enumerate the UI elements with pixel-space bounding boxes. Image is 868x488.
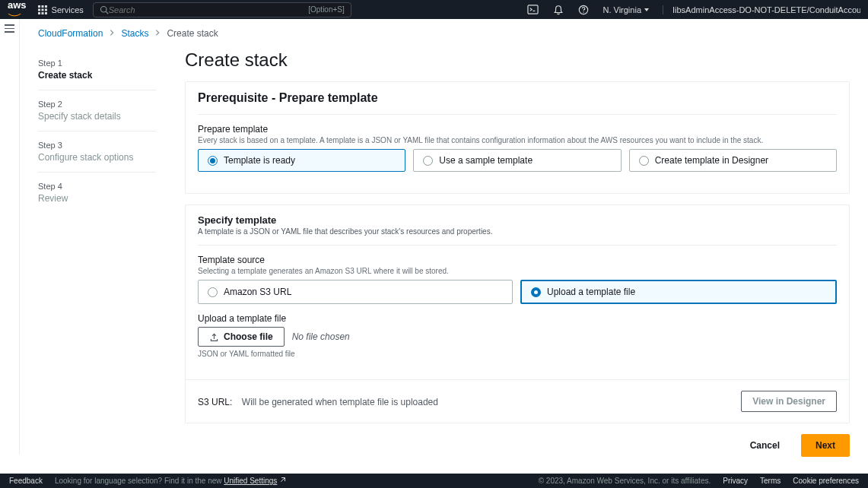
radio-label: Create template in Designer bbox=[655, 155, 768, 166]
radio-label: Use a sample template bbox=[439, 155, 533, 166]
privacy-link[interactable]: Privacy bbox=[723, 477, 748, 485]
choose-file-label: Choose file bbox=[224, 331, 273, 342]
choose-file-button[interactable]: Choose file bbox=[198, 327, 285, 347]
s3-url-label: S3 URL: bbox=[198, 397, 232, 407]
step-label: Step 3 bbox=[38, 141, 156, 150]
svg-rect-8 bbox=[45, 12, 47, 14]
sidebar-toggle-icon[interactable] bbox=[2, 21, 17, 36]
svg-rect-0 bbox=[38, 5, 40, 8]
step-title: Create stack bbox=[38, 70, 156, 81]
step-title: Specify stack details bbox=[38, 111, 156, 122]
account-label: IibsAdminAccess-DO-NOT-DELETE/ConduitAcc… bbox=[672, 5, 860, 14]
external-link-icon bbox=[279, 477, 286, 485]
radio-icon bbox=[208, 287, 218, 297]
search-input[interactable] bbox=[109, 5, 308, 14]
svg-rect-6 bbox=[38, 12, 40, 14]
cancel-button[interactable]: Cancel bbox=[738, 434, 792, 457]
global-search[interactable]: [Option+S] bbox=[93, 2, 351, 17]
radio-use-sample[interactable]: Use a sample template bbox=[413, 149, 621, 172]
svg-rect-11 bbox=[528, 5, 538, 14]
radio-icon bbox=[423, 156, 433, 166]
step-label: Step 4 bbox=[38, 182, 156, 191]
caret-down-icon bbox=[644, 8, 649, 11]
chevron-right-icon bbox=[109, 28, 115, 39]
step-title: Configure stack options bbox=[38, 152, 156, 163]
field-label: Prepare template bbox=[198, 124, 837, 135]
radio-label: Upload a template file bbox=[547, 287, 635, 297]
field-label: Template source bbox=[198, 255, 837, 265]
radio-template-ready[interactable]: Template is ready bbox=[198, 149, 405, 172]
specify-template-panel: Specify template A template is a JSON or… bbox=[185, 204, 850, 423]
upload-icon bbox=[209, 332, 219, 342]
svg-rect-3 bbox=[38, 8, 40, 11]
feedback-link[interactable]: Feedback bbox=[9, 477, 43, 485]
step-3: Step 3 Configure stack options bbox=[38, 132, 156, 173]
left-sidebar-collapsed bbox=[0, 19, 20, 455]
apps-grid-icon[interactable] bbox=[38, 5, 47, 14]
next-button[interactable]: Next bbox=[801, 434, 850, 457]
terms-link[interactable]: Terms bbox=[760, 477, 781, 485]
global-header: aws Services [Option+S] N. Virginia Iibs… bbox=[0, 0, 868, 19]
page-title: Create stack bbox=[185, 49, 850, 71]
view-in-designer-button[interactable]: View in Designer bbox=[741, 391, 837, 412]
cloudshell-icon[interactable] bbox=[527, 4, 539, 15]
radio-amazon-s3-url[interactable]: Amazon S3 URL bbox=[198, 280, 513, 304]
breadcrumb-root[interactable]: CloudFormation bbox=[38, 28, 103, 39]
wizard-steps: Step 1 Create stack Step 2 Specify stack… bbox=[38, 49, 156, 457]
region-label: N. Virginia bbox=[603, 5, 641, 14]
step-4: Step 4 Review bbox=[38, 173, 156, 213]
svg-rect-1 bbox=[41, 5, 43, 8]
radio-icon bbox=[531, 287, 541, 297]
unified-settings-link[interactable]: Unified Settings bbox=[224, 477, 277, 485]
radio-icon bbox=[208, 156, 218, 166]
account-selector[interactable]: IibsAdminAccess-DO-NOT-DELETE/ConduitAcc… bbox=[663, 5, 860, 14]
svg-point-14 bbox=[583, 11, 583, 12]
global-footer: Feedback Looking for language selection?… bbox=[0, 474, 868, 488]
breadcrumb-stacks[interactable]: Stacks bbox=[121, 28, 148, 39]
svg-rect-4 bbox=[41, 8, 43, 11]
region-selector[interactable]: N. Virginia bbox=[603, 5, 649, 14]
field-hint: Selecting a template generates an Amazon… bbox=[198, 267, 837, 275]
radio-label: Amazon S3 URL bbox=[224, 287, 291, 297]
step-1: Step 1 Create stack bbox=[38, 49, 156, 90]
copyright: © 2023, Amazon Web Services, Inc. or its… bbox=[539, 477, 711, 485]
panel-title: Prerequisite - Prepare template bbox=[198, 91, 837, 105]
radio-icon bbox=[639, 156, 649, 166]
breadcrumb: CloudFormation Stacks Create stack bbox=[20, 28, 868, 49]
help-icon[interactable] bbox=[577, 4, 589, 15]
search-shortcut-hint: [Option+S] bbox=[308, 5, 345, 14]
breadcrumb-current: Create stack bbox=[167, 28, 218, 39]
step-label: Step 1 bbox=[38, 59, 156, 68]
step-2: Step 2 Specify stack details bbox=[38, 90, 156, 132]
chevron-right-icon bbox=[154, 28, 161, 39]
step-title: Review bbox=[38, 193, 156, 204]
notifications-icon[interactable] bbox=[552, 4, 564, 15]
file-format-hint: JSON or YAML formatted file bbox=[198, 350, 837, 358]
upload-label: Upload a template file bbox=[198, 313, 837, 324]
s3-url-value: Will be generated when template file is … bbox=[242, 397, 438, 407]
panel-title: Specify template bbox=[198, 214, 837, 226]
radio-upload-template-file[interactable]: Upload a template file bbox=[520, 280, 837, 304]
panel-desc: A template is a JSON or YAML file that d… bbox=[198, 227, 837, 236]
no-file-chosen: No file chosen bbox=[292, 331, 350, 342]
svg-rect-5 bbox=[45, 8, 47, 11]
cookie-preferences-link[interactable]: Cookie preferences bbox=[793, 477, 859, 485]
svg-rect-7 bbox=[41, 12, 43, 14]
step-label: Step 2 bbox=[38, 100, 156, 109]
main-content: Create stack Prerequisite - Prepare temp… bbox=[185, 49, 850, 457]
svg-point-9 bbox=[100, 6, 107, 12]
field-hint: Every stack is based on a template. A te… bbox=[198, 136, 837, 144]
services-link[interactable]: Services bbox=[52, 5, 84, 14]
language-hint: Looking for language selection? Find it … bbox=[55, 477, 286, 485]
svg-line-10 bbox=[106, 11, 108, 14]
aws-logo[interactable]: aws bbox=[8, 0, 27, 20]
svg-rect-2 bbox=[45, 5, 47, 8]
search-icon bbox=[100, 5, 109, 14]
radio-create-designer[interactable]: Create template in Designer bbox=[629, 149, 837, 172]
prerequisite-panel: Prerequisite - Prepare template Prepare … bbox=[185, 81, 850, 194]
page-actions: Cancel Next bbox=[185, 434, 850, 457]
radio-label: Template is ready bbox=[224, 155, 295, 166]
